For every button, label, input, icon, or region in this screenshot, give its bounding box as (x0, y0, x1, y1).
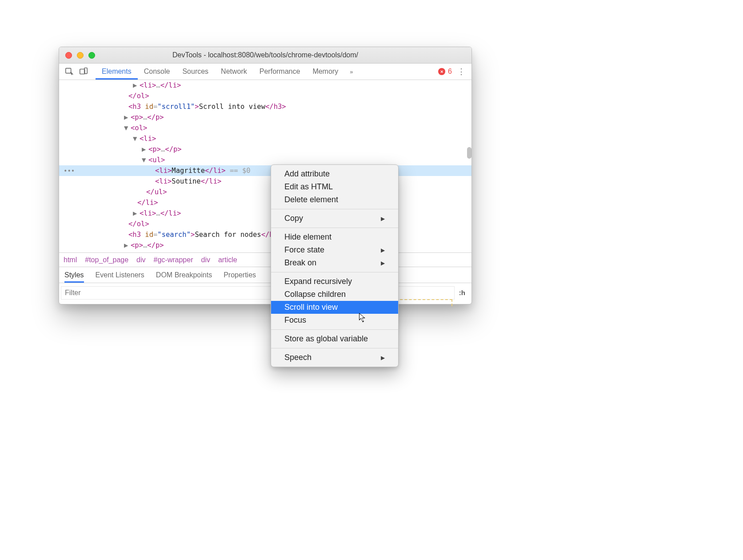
dom-line[interactable]: ▼<ol> (59, 123, 471, 133)
context-menu-item-expand-recursively[interactable]: Expand recursively (271, 275, 398, 288)
styles-pane-tabs: StylesEvent ListenersDOM BreakpointsProp… (59, 267, 471, 283)
dom-line[interactable]: <h3 id="search">Search for nodes</h3> (59, 229, 471, 240)
dom-line[interactable]: </ol> (59, 219, 471, 229)
context-menu-item-delete-element[interactable]: Delete element (271, 193, 398, 206)
disclosure-closed-icon[interactable]: ▶ (133, 209, 138, 217)
context-menu-item-collapse-children[interactable]: Collapse children (271, 288, 398, 301)
dom-breadcrumb[interactable]: html#top_of_pagediv#gc-wrapperdivarticle (59, 252, 471, 267)
context-menu-item-break-on[interactable]: Break on▶ (271, 256, 398, 269)
context-menu-label: Edit as HTML (284, 182, 333, 192)
submenu-arrow-icon: ▶ (381, 355, 385, 361)
inspect-toolgroup (63, 67, 90, 76)
styles-tab-styles[interactable]: Styles (64, 267, 84, 283)
styles-tab-properties[interactable]: Properties (224, 271, 256, 279)
error-count: 6 (448, 68, 452, 76)
breadcrumb-item[interactable]: #gc-wrapper (154, 256, 193, 264)
disclosure-open-icon[interactable]: ▼ (124, 124, 129, 132)
elements-panel[interactable]: ▶<li>…</li></ol><h3 id="scroll1">Scroll … (59, 80, 471, 252)
context-menu-separator (271, 329, 398, 330)
svg-rect-0 (66, 68, 71, 73)
context-menu-label: Store as global variable (284, 334, 368, 344)
element-state-hov-button[interactable]: :h (455, 289, 470, 296)
context-menu-label: Break on (284, 258, 316, 268)
disclosure-open-icon[interactable]: ▼ (142, 156, 147, 164)
context-menu-item-hide-element[interactable]: Hide element (271, 231, 398, 244)
window-title: DevTools - localhost:8080/web/tools/chro… (59, 51, 471, 59)
context-menu-label: Force state (284, 245, 324, 255)
tab-console[interactable]: Console (138, 64, 176, 80)
disclosure-closed-icon[interactable]: ▶ (142, 145, 147, 153)
scrollbar-thumb[interactable] (467, 147, 471, 159)
tab-sources[interactable]: Sources (176, 64, 215, 80)
styles-tab-event-listeners[interactable]: Event Listeners (96, 271, 144, 279)
tab-elements[interactable]: Elements (96, 64, 138, 80)
devtools-toolbar: ElementsConsoleSourcesNetworkPerformance… (59, 64, 471, 80)
error-badge[interactable]: × 6 (438, 68, 452, 76)
context-menu-separator (271, 209, 398, 209)
disclosure-open-icon[interactable]: ▼ (133, 135, 138, 143)
context-menu-label: Focus (284, 316, 306, 325)
context-menu-item-copy[interactable]: Copy▶ (271, 212, 398, 225)
dom-line[interactable]: ▶<li>…</li> (59, 208, 471, 219)
dom-line[interactable]: <li>Soutine</li> (59, 176, 471, 187)
device-toolbar-icon[interactable] (79, 67, 88, 76)
dom-line[interactable]: ▶<p>…</p> (59, 112, 471, 123)
disclosure-closed-icon[interactable]: ▶ (124, 241, 129, 249)
devtools-window: DevTools - localhost:8080/web/tools/chro… (59, 47, 472, 304)
dom-line[interactable]: ▶<p>…</p> (59, 240, 471, 251)
dom-line[interactable]: </ol> (59, 91, 471, 101)
context-menu-label: Delete element (284, 195, 338, 204)
submenu-arrow-icon: ▶ (381, 260, 385, 266)
dom-line[interactable]: ▶<p>…</p> (59, 144, 471, 155)
breadcrumb-item[interactable]: div (136, 256, 145, 264)
tab-network[interactable]: Network (215, 64, 253, 80)
context-menu-label: Hide element (284, 232, 332, 242)
context-menu-separator (271, 348, 398, 348)
breadcrumb-item[interactable]: html (64, 256, 77, 264)
dom-line[interactable]: </li> (59, 197, 471, 208)
context-menu-separator (271, 228, 398, 228)
context-menu-item-force-state[interactable]: Force state▶ (271, 244, 398, 256)
submenu-arrow-icon: ▶ (381, 247, 385, 253)
styles-tab-dom-breakpoints[interactable]: DOM Breakpoints (156, 271, 212, 279)
window-titlebar: DevTools - localhost:8080/web/tools/chro… (59, 47, 471, 64)
dom-line[interactable]: ▼<ul> (59, 155, 471, 165)
styles-filter-placeholder: Filter (65, 289, 81, 297)
breadcrumb-item[interactable]: article (218, 256, 237, 264)
mouse-cursor-icon (359, 312, 367, 323)
context-menu-label: Add attribute (284, 169, 330, 179)
context-menu-separator (271, 272, 398, 272)
dom-line[interactable]: •••<li>Magritte</li> == $0 (59, 165, 471, 176)
context-menu: Add attributeEdit as HTMLDelete elementC… (271, 164, 399, 367)
context-menu-label: Scroll into view (284, 303, 338, 312)
dom-line[interactable]: ▼<li> (59, 133, 471, 144)
context-menu-label: Speech (284, 353, 312, 362)
context-menu-item-speech[interactable]: Speech▶ (271, 351, 398, 364)
error-icon: × (438, 68, 445, 75)
tab-performance[interactable]: Performance (253, 64, 307, 80)
context-menu-item-edit-as-html[interactable]: Edit as HTML (271, 180, 398, 193)
tab-memory[interactable]: Memory (306, 64, 344, 80)
context-menu-item-focus[interactable]: Focus (271, 314, 398, 327)
context-menu-item-store-as-global-variable[interactable]: Store as global variable (271, 332, 398, 345)
context-menu-item-add-attribute[interactable]: Add attribute (271, 168, 398, 180)
breadcrumb-item[interactable]: div (201, 256, 210, 264)
dom-line[interactable]: </ul> (59, 187, 471, 197)
dom-line[interactable]: ▶<li>…</li> (59, 80, 471, 91)
context-menu-label: Copy (284, 214, 303, 223)
submenu-arrow-icon: ▶ (381, 216, 385, 222)
context-menu-label: Expand recursively (284, 277, 352, 286)
disclosure-closed-icon[interactable]: ▶ (124, 113, 129, 121)
context-menu-item-scroll-into-view[interactable]: Scroll into view (271, 301, 398, 314)
inspect-element-icon[interactable] (64, 67, 74, 76)
disclosure-closed-icon[interactable]: ▶ (133, 81, 138, 89)
breadcrumb-item[interactable]: #top_of_page (85, 256, 128, 264)
dom-line[interactable]: <h3 id="scroll1">Scroll into view</h3> (59, 101, 471, 112)
context-menu-label: Collapse children (284, 290, 346, 299)
settings-menu-icon[interactable]: ⋮ (455, 67, 468, 76)
tabs-overflow-icon[interactable]: » (350, 68, 353, 75)
